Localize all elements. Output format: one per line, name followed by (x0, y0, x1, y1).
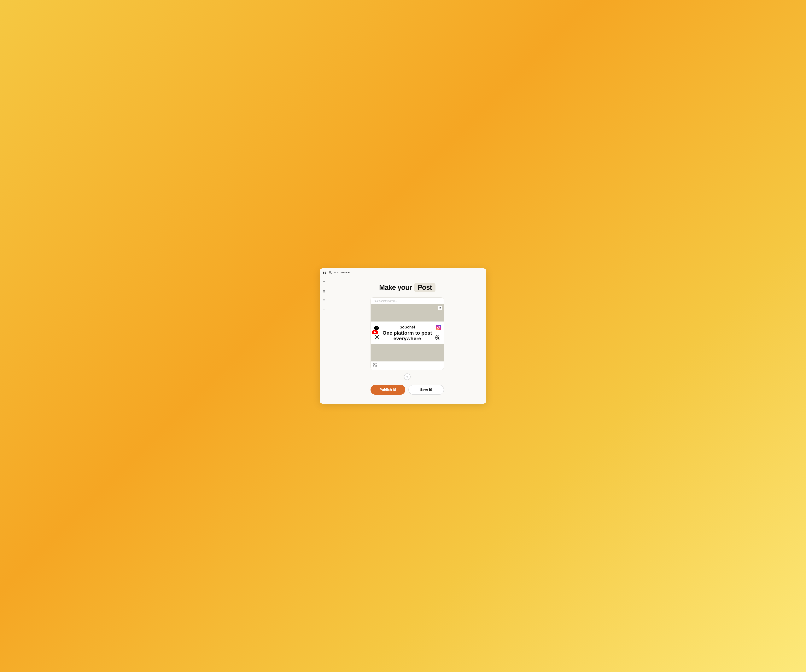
post-card: Post something viral... × (370, 297, 444, 370)
app-body: ☰ ◎ ⑂ ⬡ Make your Post Post something vi… (320, 277, 486, 404)
breadcrumb-separator: / (340, 271, 341, 274)
publish-button[interactable]: Publish it! (370, 385, 405, 395)
post-footer-bar (371, 361, 444, 370)
main-content: Make your Post Post something viral... × (329, 277, 486, 404)
post-image-bottom (371, 344, 444, 361)
add-media-icon[interactable] (373, 363, 377, 368)
svg-point-4 (438, 327, 439, 329)
post-caption-placeholder: Post something viral... (373, 300, 398, 302)
shield-icon[interactable]: ⬡ (321, 306, 327, 312)
brand-name: SoSchel (400, 325, 415, 329)
post-image-top: × (371, 304, 444, 321)
svg-point-5 (439, 326, 440, 327)
page-title-highlight: Post (414, 283, 436, 292)
app-window: $$ Post / Post ID ☰ ◎ ⑂ ⬡ Make your Post (320, 268, 486, 404)
page-title-prefix: Make your (379, 283, 412, 292)
menu-icon[interactable]: ☰ (321, 280, 327, 285)
user-icon[interactable]: ◎ (321, 288, 327, 294)
svg-rect-3 (436, 325, 441, 330)
post-caption-bar: Post something viral... (371, 298, 444, 304)
svg-rect-0 (330, 271, 330, 273)
sidebar-toggle-icon[interactable] (329, 271, 332, 275)
app-logo: $$ (323, 271, 326, 274)
breadcrumb-parent: Post (334, 271, 339, 274)
svg-rect-1 (331, 271, 332, 273)
top-bar: $$ Post / Post ID (320, 268, 486, 277)
breadcrumb: Post / Post ID (334, 271, 350, 274)
sidebar: ☰ ◎ ⑂ ⬡ (320, 277, 329, 404)
page-title-row: Make your Post (379, 283, 435, 292)
post-brand-preview: SoSchel One platform to post everywhere (371, 321, 444, 344)
branch-icon[interactable]: ⑂ (321, 297, 327, 303)
svg-point-2 (374, 326, 379, 330)
action-buttons: Publish it! Save it! (370, 385, 444, 395)
save-button[interactable]: Save it! (408, 385, 444, 395)
close-button[interactable]: × (438, 306, 442, 310)
breadcrumb-current: Post ID (341, 271, 350, 274)
add-block-button[interactable]: + (404, 374, 411, 380)
brand-tagline: One platform to post everywhere (373, 330, 441, 341)
